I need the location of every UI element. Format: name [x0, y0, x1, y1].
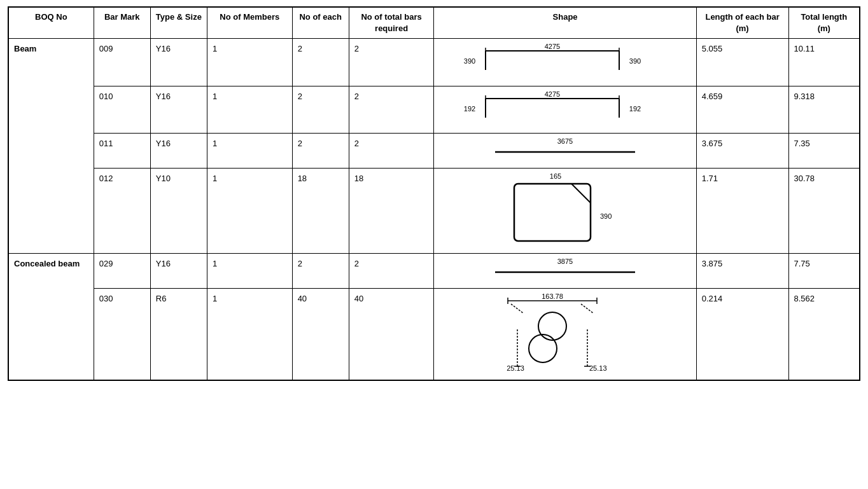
svg-point-30 — [538, 312, 566, 340]
length-each: 3.675 — [696, 134, 788, 169]
shape-svg: 390 4275 390 — [463, 41, 667, 79]
table-row: 011Y16122 3675 3.6757.35 — [9, 134, 860, 169]
svg-text:192: 192 — [629, 105, 641, 113]
each-count: 2 — [292, 254, 349, 289]
table-row: 030R614040 163.78 25.1 — [9, 288, 860, 380]
total-count: 40 — [349, 288, 434, 380]
total-length: 8.562 — [788, 288, 860, 380]
svg-line-28 — [511, 304, 524, 313]
table-row: 010Y16122 192 4275 192 4.6599.318 — [9, 86, 860, 134]
svg-text:192: 192 — [464, 105, 475, 113]
table-row: Beam009Y16122 390 4275 390 5.05510.11 — [9, 39, 860, 86]
members-count: 1 — [207, 254, 292, 289]
total-length: 7.35 — [788, 134, 860, 169]
bar-shape: 192 4275 192 — [434, 86, 696, 134]
svg-text:390: 390 — [464, 57, 475, 65]
members-count: 1 — [207, 168, 292, 254]
total-length: 30.78 — [788, 168, 860, 254]
shape-svg: 192 4275 192 — [463, 89, 667, 127]
svg-text:3875: 3875 — [557, 258, 573, 265]
header-shape: Shape — [434, 8, 696, 39]
bar-type: R6 — [150, 288, 207, 380]
section-name: Beam — [9, 39, 94, 254]
each-count: 2 — [292, 86, 349, 134]
bar-mark: 030 — [94, 288, 150, 380]
total-length: 7.75 — [788, 254, 860, 289]
length-each: 0.214 — [696, 288, 788, 380]
bar-type: Y16 — [150, 39, 207, 86]
shape-svg: 165 390 — [501, 171, 629, 247]
bar-mark: 029 — [94, 254, 150, 289]
length-each: 3.875 — [696, 254, 788, 289]
each-count: 40 — [292, 288, 349, 380]
bar-mark: 011 — [94, 134, 150, 169]
svg-rect-19 — [514, 184, 591, 241]
bar-type: Y10 — [150, 168, 207, 254]
length-each: 4.659 — [696, 86, 788, 134]
svg-text:25.13: 25.13 — [589, 364, 607, 372]
length-each: 1.71 — [696, 168, 788, 254]
shape-svg: 3875 — [482, 256, 648, 282]
header-members: No of Members — [207, 8, 292, 39]
total-length: 9.318 — [788, 86, 860, 134]
svg-line-20 — [571, 184, 591, 203]
bar-type: Y16 — [150, 134, 207, 169]
header-row: BOQ No Bar Mark Type & Size No of Member… — [9, 8, 860, 39]
header-each: No of each — [292, 8, 349, 39]
bar-mark: 012 — [94, 168, 150, 254]
bar-mark: 009 — [94, 39, 150, 86]
bar-shape: 163.78 25.13 25.13 — [434, 288, 696, 380]
each-count: 18 — [292, 168, 349, 254]
bar-shape: 3875 — [434, 254, 696, 289]
header-length: Length of each bar (m) — [696, 8, 788, 39]
total-count: 18 — [349, 168, 434, 254]
bar-shape: 390 4275 390 — [434, 39, 696, 86]
members-count: 1 — [207, 288, 292, 380]
bar-shape: 3675 — [434, 134, 696, 169]
shape-svg: 3675 — [482, 136, 648, 162]
svg-text:165: 165 — [550, 172, 561, 180]
total-count: 2 — [349, 254, 434, 289]
bar-type: Y16 — [150, 254, 207, 289]
header-totallength: Total length (m) — [788, 8, 860, 39]
svg-text:390: 390 — [629, 57, 641, 65]
svg-text:25.13: 25.13 — [507, 364, 524, 372]
each-count: 2 — [292, 39, 349, 86]
shape-svg: 163.78 25.13 25.13 — [470, 291, 661, 374]
total-count: 2 — [349, 86, 434, 134]
table-row: 012Y1011818 165 390 1.7130.78 — [9, 168, 860, 254]
svg-text:163.78: 163.78 — [542, 293, 563, 300]
header-total: No of total bars required — [349, 8, 434, 39]
each-count: 2 — [292, 134, 349, 169]
total-count: 2 — [349, 134, 434, 169]
svg-line-29 — [581, 304, 594, 313]
svg-point-31 — [529, 334, 557, 362]
table-row: Concealed beam029Y16122 3875 3.8757.75 — [9, 254, 860, 289]
boq-table: BOQ No Bar Mark Type & Size No of Member… — [8, 7, 860, 380]
total-count: 2 — [349, 39, 434, 86]
length-each: 5.055 — [696, 39, 788, 86]
svg-text:3675: 3675 — [557, 137, 573, 145]
bar-mark: 010 — [94, 86, 150, 134]
total-length: 10.11 — [788, 39, 860, 86]
header-type: Type & Size — [150, 8, 207, 39]
members-count: 1 — [207, 39, 292, 86]
members-count: 1 — [207, 134, 292, 169]
svg-text:390: 390 — [600, 212, 612, 220]
members-count: 1 — [207, 86, 292, 134]
bar-shape: 165 390 — [434, 168, 696, 254]
bar-type: Y16 — [150, 86, 207, 134]
boq-table-wrapper: BOQ No Bar Mark Type & Size No of Member… — [8, 6, 860, 381]
svg-text:4275: 4275 — [545, 43, 560, 50]
header-barmark: Bar Mark — [94, 8, 150, 39]
svg-text:4275: 4275 — [545, 90, 560, 98]
header-boq: BOQ No — [9, 8, 94, 39]
section-name: Concealed beam — [9, 254, 94, 380]
